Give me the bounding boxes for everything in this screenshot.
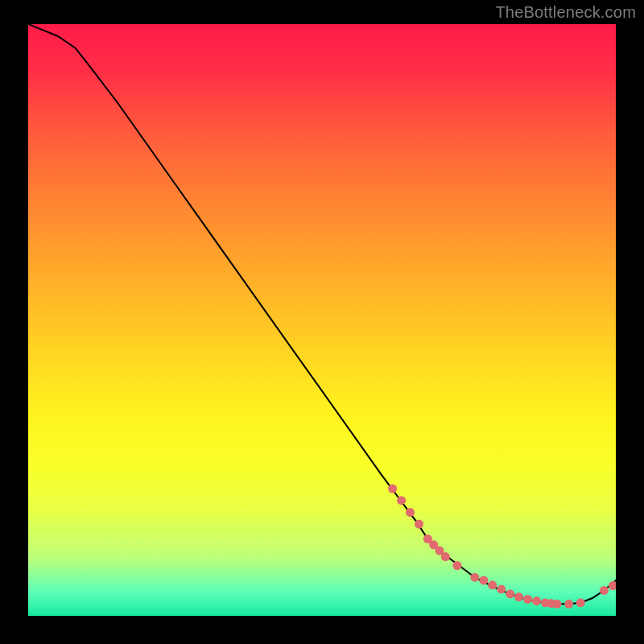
data-marker [397, 496, 406, 505]
data-marker [441, 552, 450, 561]
data-marker [497, 584, 506, 593]
data-marker [532, 597, 541, 605]
data-marker [415, 520, 423, 529]
data-marker [576, 598, 585, 607]
data-marker [479, 576, 488, 584]
data-marker [523, 595, 532, 604]
data-marker [488, 580, 497, 589]
data-marker [470, 573, 479, 582]
data-marker [452, 561, 461, 570]
bottleneck-curve [28, 24, 616, 604]
data-marker [388, 485, 397, 493]
data-marker [406, 508, 415, 517]
data-marker [600, 586, 609, 595]
data-marker [506, 589, 514, 598]
data-marker [553, 600, 562, 609]
chart-svg [28, 24, 616, 616]
data-marker [609, 581, 616, 590]
chart-frame: TheBottleneck.com [0, 0, 644, 644]
data-markers [388, 485, 616, 609]
data-marker [564, 600, 573, 609]
data-marker [514, 592, 523, 601]
watermark-text: TheBottleneck.com [495, 3, 636, 22]
